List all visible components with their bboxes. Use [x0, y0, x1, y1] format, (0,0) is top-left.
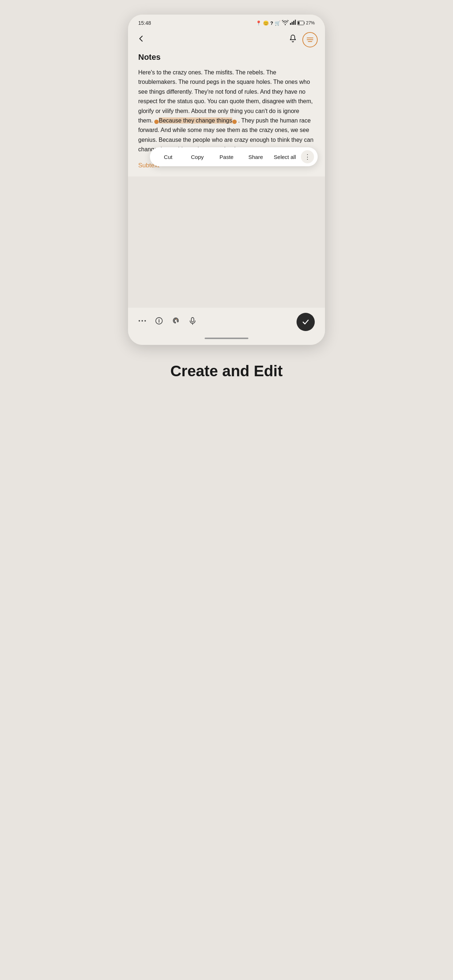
- back-button[interactable]: [135, 33, 147, 47]
- svg-rect-3: [295, 20, 296, 25]
- wifi-icon: [282, 20, 289, 26]
- selection-handle-left: [154, 119, 159, 124]
- menu-line-1: [307, 38, 313, 38]
- context-select-all[interactable]: Select all: [270, 150, 300, 164]
- mic-icon[interactable]: [188, 317, 196, 327]
- selection-handle-right: [232, 119, 237, 124]
- phone-frame: 15:48 📍 😊 ? 🛒: [128, 14, 325, 345]
- done-button[interactable]: [297, 313, 315, 331]
- context-more-button[interactable]: ⋮: [301, 150, 314, 163]
- notes-body[interactable]: Here's to the crazy ones. The misfits. T…: [138, 68, 315, 154]
- context-share[interactable]: Share: [241, 150, 270, 164]
- more-dots-icon: ⋮: [304, 153, 311, 161]
- home-bar: [205, 337, 248, 339]
- bell-icon[interactable]: [289, 34, 297, 45]
- menu-line-3: [308, 41, 312, 42]
- svg-point-13: [175, 319, 175, 320]
- context-cut[interactable]: Cut: [153, 150, 183, 164]
- svg-rect-0: [290, 23, 291, 25]
- home-indicator: [128, 335, 325, 345]
- empty-space: [128, 177, 325, 308]
- svg-rect-1: [292, 22, 292, 25]
- notes-title: Notes: [138, 52, 315, 62]
- highlighted-text: Because they change things: [159, 118, 232, 124]
- question-icon: ?: [270, 21, 273, 26]
- page-caption: Create and Edit: [170, 363, 283, 380]
- svg-rect-5: [298, 22, 300, 24]
- svg-point-14: [176, 319, 177, 320]
- top-nav: [128, 29, 325, 52]
- status-icons: 📍 😊 ? 🛒: [256, 20, 315, 26]
- svg-point-8: [144, 320, 146, 321]
- menu-line-2: [307, 40, 313, 40]
- toolbar-left: [138, 317, 196, 327]
- context-copy[interactable]: Copy: [183, 150, 212, 164]
- svg-point-11: [159, 319, 160, 320]
- more-options-icon[interactable]: [138, 317, 146, 327]
- content-area: Notes Here's to the crazy ones. The misf…: [128, 52, 325, 177]
- emoji-icon: 😊: [263, 21, 269, 26]
- svg-point-7: [142, 320, 143, 321]
- svg-rect-16: [191, 318, 194, 322]
- svg-point-15: [177, 320, 177, 321]
- nav-right: [289, 32, 318, 48]
- info-icon[interactable]: [155, 317, 163, 327]
- status-bar: 15:48 📍 😊 ? 🛒: [128, 14, 325, 29]
- svg-point-6: [139, 320, 140, 321]
- svg-point-12: [174, 320, 175, 321]
- context-menu: Cut Copy Paste Share Select all ⋮: [150, 147, 318, 166]
- signal-icon: [290, 20, 296, 26]
- body-text-before: Here's to the crazy ones. The misfits. T…: [138, 69, 313, 124]
- menu-button[interactable]: [302, 32, 318, 48]
- cart-icon: 🛒: [274, 21, 281, 26]
- battery-icon: 27%: [297, 21, 315, 25]
- context-paste[interactable]: Paste: [212, 150, 241, 164]
- svg-rect-2: [293, 21, 294, 25]
- palette-icon[interactable]: [172, 317, 180, 327]
- location-icon: 📍: [256, 21, 262, 26]
- bottom-toolbar: [128, 308, 325, 335]
- status-time: 15:48: [138, 20, 151, 26]
- battery-percent: 27%: [306, 21, 315, 25]
